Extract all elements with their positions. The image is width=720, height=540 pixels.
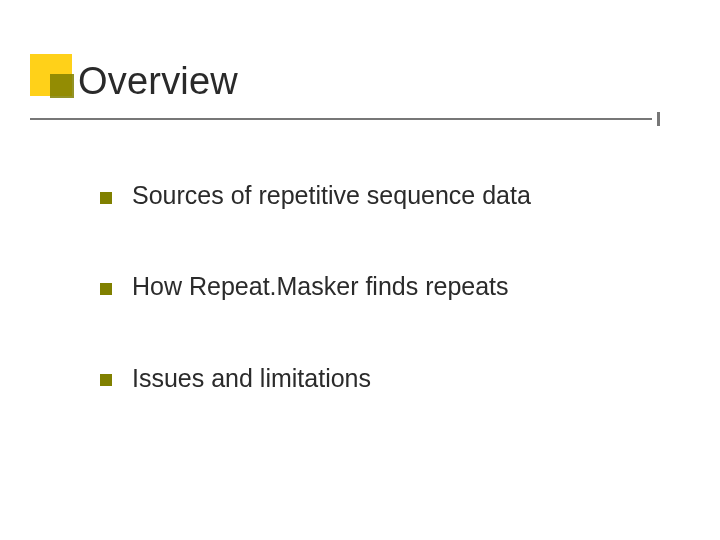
title-divider (30, 118, 652, 120)
bullet-list: Sources of repetitive sequence data How … (100, 180, 660, 454)
bullet-text: Issues and limitations (132, 363, 371, 394)
slide: Overview Sources of repetitive sequence … (0, 0, 720, 540)
square-bullet-icon (100, 374, 112, 386)
bullet-text: How Repeat.Masker finds repeats (132, 271, 509, 302)
list-item: How Repeat.Masker finds repeats (100, 271, 660, 302)
list-item: Sources of repetitive sequence data (100, 180, 660, 211)
square-bullet-icon (100, 192, 112, 204)
bullet-text: Sources of repetitive sequence data (132, 180, 531, 211)
square-bullet-icon (100, 283, 112, 295)
list-item: Issues and limitations (100, 363, 660, 394)
title-divider-tick-icon (657, 112, 660, 126)
title-block: Overview (30, 60, 680, 103)
page-title: Overview (30, 60, 680, 103)
